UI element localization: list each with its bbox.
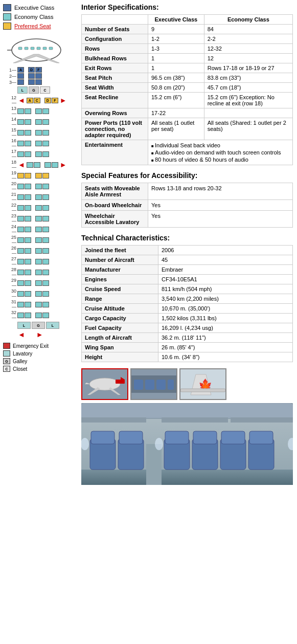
seat-21C[interactable] (25, 194, 31, 200)
seat-27D[interactable] (35, 259, 42, 264)
seat-21A[interactable] (17, 194, 24, 200)
seat-26A[interactable] (17, 248, 24, 254)
seat-25C[interactable] (25, 237, 31, 243)
seat-23D[interactable] (35, 216, 42, 221)
seat-19D[interactable] (35, 173, 42, 179)
seat-32F[interactable] (42, 313, 49, 318)
seat-22A[interactable] (17, 205, 24, 211)
seat-29F[interactable] (42, 280, 49, 286)
seat-24C[interactable] (25, 227, 31, 232)
seat-29A[interactable] (17, 280, 24, 286)
seat-32A[interactable] (17, 313, 24, 318)
seat-28D[interactable] (35, 270, 42, 275)
seat-12D[interactable]: D (44, 98, 51, 103)
seat-12C[interactable]: C (34, 98, 40, 103)
seat-25F[interactable] (42, 237, 49, 243)
seat-25D[interactable] (35, 237, 42, 243)
seat-22F[interactable] (42, 205, 49, 211)
seat-20A[interactable] (17, 184, 24, 189)
seat-17A[interactable] (17, 151, 24, 157)
seat-18A[interactable] (27, 162, 33, 168)
seat-28A[interactable] (17, 270, 24, 275)
seat-20F[interactable] (42, 184, 49, 189)
seat-17F[interactable] (42, 151, 49, 157)
seat-17C[interactable] (25, 151, 31, 157)
seat-16A[interactable] (17, 141, 24, 146)
seat-26C[interactable] (25, 248, 31, 254)
seat-27A[interactable] (17, 259, 24, 264)
seat-19C[interactable] (25, 173, 31, 179)
seat-1A[interactable]: A (17, 67, 24, 73)
seat-20D[interactable] (35, 184, 42, 189)
seat-30A[interactable] (17, 291, 24, 297)
seat-14F[interactable] (42, 119, 49, 125)
seat-27F[interactable] (42, 259, 49, 264)
photo-thumb-2[interactable] (130, 368, 177, 400)
preferred-label[interactable]: Preferred Seat (14, 23, 51, 29)
seat-17D[interactable] (35, 151, 42, 157)
seat-16F[interactable] (42, 141, 49, 146)
seat-21D[interactable] (35, 194, 42, 200)
seat-31D[interactable] (35, 302, 42, 307)
seat-21F[interactable] (42, 194, 49, 200)
seat-31A[interactable] (17, 302, 24, 307)
photo-thumb-1[interactable] (81, 368, 128, 400)
seat-23C[interactable] (25, 216, 31, 221)
seat-14A[interactable] (17, 119, 24, 125)
seat-12A[interactable]: A (27, 98, 33, 103)
seat-18C[interactable] (34, 162, 40, 168)
seat-23A[interactable] (17, 216, 24, 221)
seat-15D[interactable] (35, 130, 42, 136)
seat-14C[interactable] (25, 119, 31, 125)
seat-1D[interactable]: D (28, 67, 35, 73)
seat-31C[interactable] (25, 302, 31, 307)
bullet-item: 80 hours of video & 50 hours of audio (151, 156, 289, 163)
seat-30C[interactable] (25, 291, 31, 297)
seat-14D[interactable] (35, 119, 42, 125)
seat-25A[interactable] (17, 237, 24, 243)
photo-thumb-3[interactable]: 🍁 (179, 368, 226, 400)
seat-3F[interactable] (35, 79, 42, 85)
seat-13A[interactable] (17, 108, 24, 114)
seat-18D[interactable] (44, 162, 51, 168)
seat-26F[interactable] (42, 248, 49, 254)
seat-27C[interactable] (25, 259, 31, 264)
seat-16D[interactable] (35, 141, 42, 146)
seat-29D[interactable] (35, 280, 42, 286)
seat-24F[interactable] (42, 227, 49, 232)
seat-2A[interactable] (17, 73, 24, 79)
seat-2F[interactable] (35, 73, 42, 79)
seat-19F[interactable] (42, 173, 49, 179)
seat-28C[interactable] (25, 270, 31, 275)
seat-24A[interactable] (17, 227, 24, 232)
seat-19A[interactable] (17, 173, 24, 179)
seat-3D[interactable] (28, 79, 35, 85)
seat-18F[interactable] (52, 162, 58, 168)
seat-1F[interactable]: F (35, 67, 42, 73)
seat-32D[interactable] (35, 313, 42, 318)
seat-20C[interactable] (25, 184, 31, 189)
seat-29C[interactable] (25, 280, 31, 286)
seat-2D[interactable] (28, 73, 35, 79)
row-31: 31— (7, 299, 76, 309)
seat-13D[interactable] (35, 108, 42, 114)
seat-30D[interactable] (35, 291, 42, 297)
seat-24D[interactable] (35, 227, 42, 232)
seat-26D[interactable] (35, 248, 42, 254)
seat-3A[interactable] (17, 79, 24, 85)
seat-16C[interactable] (25, 141, 31, 146)
seat-15A[interactable] (17, 130, 24, 136)
seat-15C[interactable] (25, 130, 31, 136)
seat-23F[interactable] (42, 216, 49, 221)
seat-12F[interactable]: F (52, 98, 58, 103)
seat-22C[interactable] (25, 205, 31, 211)
seat-15F[interactable] (42, 130, 49, 136)
seat-22D[interactable] (35, 205, 42, 211)
svg-point-8 (89, 378, 120, 390)
seat-32C[interactable] (25, 313, 31, 318)
seat-13F[interactable] (42, 108, 49, 114)
seat-28F[interactable] (42, 270, 49, 275)
seat-30F[interactable] (42, 291, 49, 297)
seat-31F[interactable] (42, 302, 49, 307)
seat-13C[interactable] (25, 108, 31, 114)
